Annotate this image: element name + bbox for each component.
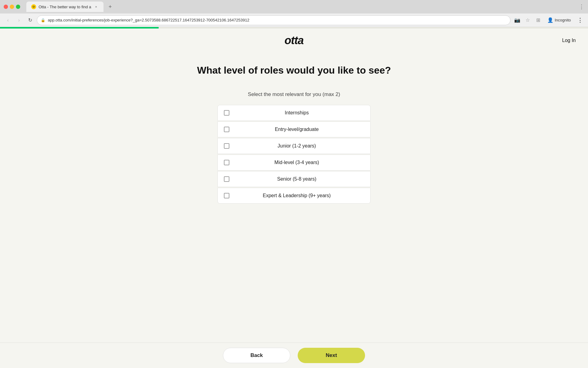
profile-icon: 👤: [547, 17, 553, 23]
browser-tab[interactable]: O Otta - The better way to find a ×: [26, 2, 104, 12]
checkbox-senior[interactable]: [224, 176, 229, 182]
page-title: What level of roles would you like to se…: [197, 65, 391, 76]
option-junior[interactable]: Junior (1-2 years): [217, 138, 371, 154]
option-label-internships: Internships: [229, 110, 364, 116]
incognito-profile-button[interactable]: 👤 Incognito: [544, 16, 574, 24]
option-label-expert: Expert & Leadership (9+ years): [229, 193, 364, 198]
checkbox-junior[interactable]: [224, 143, 229, 149]
option-senior[interactable]: Senior (5-8 years): [217, 171, 371, 187]
main-content: What level of roles would you like to se…: [0, 52, 588, 240]
option-label-mid-level: Mid-level (3-4 years): [229, 160, 364, 165]
checkbox-expert[interactable]: [224, 193, 229, 198]
back-button[interactable]: Back: [223, 348, 290, 363]
page-content: otta Log In What level of roles would yo…: [0, 27, 588, 334]
option-label-senior: Senior (5-8 years): [229, 176, 364, 182]
option-label-junior: Junior (1-2 years): [229, 143, 364, 149]
tab-favicon: O: [31, 4, 36, 9]
option-entry-level[interactable]: Entry-level/graduate: [217, 121, 371, 137]
incognito-label: Incognito: [555, 18, 571, 22]
option-mid-level[interactable]: Mid-level (3-4 years): [217, 155, 371, 171]
close-window-button[interactable]: [4, 5, 8, 9]
menu-button[interactable]: ⋮: [576, 16, 584, 25]
traffic-lights: [4, 5, 20, 9]
subtitle: Select the most relevant for you (max 2): [248, 91, 340, 98]
grid-icon-button[interactable]: ⊞: [534, 16, 542, 25]
forward-button[interactable]: ›: [15, 16, 23, 25]
minimize-window-button[interactable]: [10, 5, 14, 9]
toolbar-right: 📷 ☆ ⊞ 👤 Incognito ⋮: [513, 16, 584, 25]
tab-title: Otta - The better way to find a: [39, 5, 91, 9]
next-button[interactable]: Next: [298, 348, 365, 363]
tab-close-button[interactable]: ×: [94, 4, 99, 9]
lock-icon: 🔒: [41, 18, 45, 22]
back-button[interactable]: ‹: [4, 16, 12, 25]
options-container: Internships Entry-level/graduate Junior …: [217, 105, 371, 204]
reload-button[interactable]: ↻: [26, 16, 34, 25]
browser-titlebar: O Otta - The better way to find a × + ⋮: [0, 0, 588, 13]
header: otta Log In: [0, 29, 588, 52]
logo: otta: [285, 34, 303, 47]
browser-chrome: O Otta - The better way to find a × + ⋮ …: [0, 0, 588, 27]
checkbox-mid-level[interactable]: [224, 160, 229, 165]
browser-toolbar: ‹ › ↻ 🔒 app.otta.com/initial-preferences…: [0, 13, 588, 27]
checkbox-entry-level[interactable]: [224, 127, 229, 132]
option-label-entry-level: Entry-level/graduate: [229, 127, 364, 132]
bottom-navigation: Back Next: [0, 343, 588, 368]
star-icon-button[interactable]: ☆: [523, 16, 532, 25]
window-expand-button[interactable]: ⋮: [579, 3, 584, 10]
option-internships[interactable]: Internships: [217, 105, 371, 121]
address-bar[interactable]: 🔒 app.otta.com/initial-preferences/job-e…: [37, 15, 511, 25]
login-link[interactable]: Log In: [562, 38, 576, 43]
camera-icon-button[interactable]: 📷: [513, 16, 522, 25]
new-tab-button[interactable]: +: [106, 2, 115, 11]
url-text: app.otta.com/initial-preferences/job-exp…: [48, 18, 507, 22]
option-expert[interactable]: Expert & Leadership (9+ years): [217, 188, 371, 204]
maximize-window-button[interactable]: [16, 5, 20, 9]
checkbox-internships[interactable]: [224, 110, 229, 116]
